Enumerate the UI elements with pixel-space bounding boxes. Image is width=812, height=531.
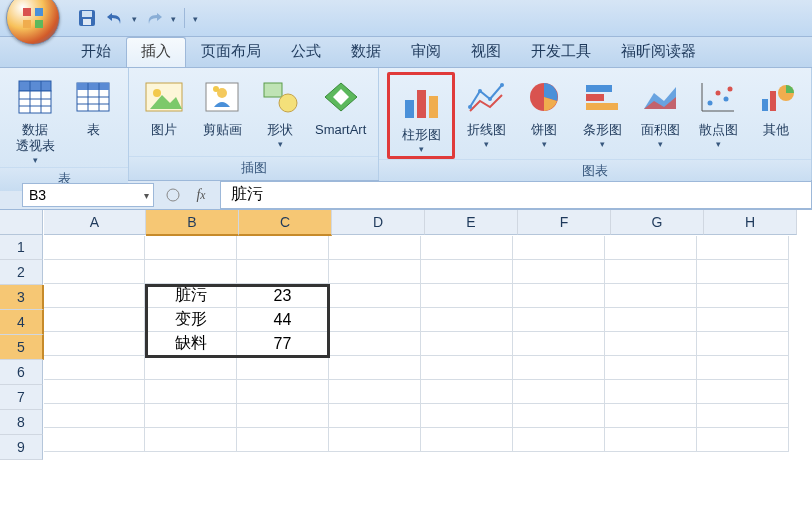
cell-F8[interactable] bbox=[513, 404, 605, 428]
cell-B1[interactable] bbox=[145, 236, 237, 260]
cell-D2[interactable] bbox=[329, 260, 421, 284]
cell-E6[interactable] bbox=[421, 356, 513, 380]
cell-E2[interactable] bbox=[421, 260, 513, 284]
cell-D6[interactable] bbox=[329, 356, 421, 380]
cell-H1[interactable] bbox=[697, 236, 789, 260]
cell-A7[interactable] bbox=[44, 380, 145, 404]
column-header-F[interactable]: F bbox=[518, 210, 611, 235]
pie-chart-button[interactable]: 饼图 ▾ bbox=[515, 72, 573, 151]
cell-F6[interactable] bbox=[513, 356, 605, 380]
cell-D9[interactable] bbox=[329, 428, 421, 452]
row-header-4[interactable]: 4 bbox=[0, 310, 44, 335]
tab-formulas[interactable]: 公式 bbox=[276, 37, 336, 67]
area-chart-button[interactable]: 面积图 ▾ bbox=[631, 72, 689, 151]
pivot-table-button[interactable]: 数据 透视表 ▾ bbox=[6, 72, 64, 167]
cell-H5[interactable] bbox=[697, 332, 789, 356]
name-box[interactable]: B3 ▾ bbox=[22, 183, 154, 207]
cell-G4[interactable] bbox=[605, 308, 697, 332]
cell-B2[interactable] bbox=[145, 260, 237, 284]
tab-page-layout[interactable]: 页面布局 bbox=[186, 37, 276, 67]
cell-D8[interactable] bbox=[329, 404, 421, 428]
cell-grid[interactable]: 脏污23变形44缺料77 bbox=[44, 236, 812, 452]
picture-button[interactable]: 图片 bbox=[135, 72, 193, 140]
undo-dropdown[interactable]: ▾ bbox=[132, 14, 137, 24]
shapes-button[interactable]: 形状 ▾ bbox=[251, 72, 309, 151]
cell-E9[interactable] bbox=[421, 428, 513, 452]
column-chart-button[interactable]: 柱形图 ▾ bbox=[392, 77, 450, 156]
cell-D1[interactable] bbox=[329, 236, 421, 260]
cell-G9[interactable] bbox=[605, 428, 697, 452]
tab-view[interactable]: 视图 bbox=[456, 37, 516, 67]
bar-chart-button[interactable]: 条形图 ▾ bbox=[573, 72, 631, 151]
cell-B8[interactable] bbox=[145, 404, 237, 428]
cell-C3[interactable]: 23 bbox=[237, 284, 329, 308]
cell-A1[interactable] bbox=[44, 236, 145, 260]
cell-H4[interactable] bbox=[697, 308, 789, 332]
cell-B9[interactable] bbox=[145, 428, 237, 452]
cell-C8[interactable] bbox=[237, 404, 329, 428]
cell-F9[interactable] bbox=[513, 428, 605, 452]
cell-D3[interactable] bbox=[329, 284, 421, 308]
cell-E1[interactable] bbox=[421, 236, 513, 260]
cell-C1[interactable] bbox=[237, 236, 329, 260]
cell-E4[interactable] bbox=[421, 308, 513, 332]
cancel-formula-button[interactable] bbox=[164, 186, 182, 204]
cell-H9[interactable] bbox=[697, 428, 789, 452]
save-button[interactable] bbox=[76, 7, 98, 29]
cell-A4[interactable] bbox=[44, 308, 145, 332]
cell-C2[interactable] bbox=[237, 260, 329, 284]
column-header-E[interactable]: E bbox=[425, 210, 518, 235]
tab-data[interactable]: 数据 bbox=[336, 37, 396, 67]
clipart-button[interactable]: 剪贴画 bbox=[193, 72, 251, 140]
cell-F2[interactable] bbox=[513, 260, 605, 284]
cell-C7[interactable] bbox=[237, 380, 329, 404]
cell-D7[interactable] bbox=[329, 380, 421, 404]
row-header-7[interactable]: 7 bbox=[0, 385, 43, 410]
column-header-H[interactable]: H bbox=[704, 210, 797, 235]
cell-H8[interactable] bbox=[697, 404, 789, 428]
cell-G6[interactable] bbox=[605, 356, 697, 380]
cell-G2[interactable] bbox=[605, 260, 697, 284]
row-header-6[interactable]: 6 bbox=[0, 360, 43, 385]
cell-H3[interactable] bbox=[697, 284, 789, 308]
cell-A3[interactable] bbox=[44, 284, 145, 308]
cell-F1[interactable] bbox=[513, 236, 605, 260]
other-charts-button[interactable]: 其他 bbox=[747, 72, 805, 140]
cell-B4[interactable]: 变形 bbox=[145, 308, 237, 332]
name-box-dropdown-icon[interactable]: ▾ bbox=[144, 190, 149, 201]
cell-F3[interactable] bbox=[513, 284, 605, 308]
tab-developer[interactable]: 开发工具 bbox=[516, 37, 606, 67]
cell-F7[interactable] bbox=[513, 380, 605, 404]
cell-D4[interactable] bbox=[329, 308, 421, 332]
cell-G7[interactable] bbox=[605, 380, 697, 404]
cell-H2[interactable] bbox=[697, 260, 789, 284]
scatter-chart-button[interactable]: 散点图 ▾ bbox=[689, 72, 747, 151]
smartart-button[interactable]: SmartArt bbox=[309, 72, 372, 140]
formula-input[interactable]: 脏污 bbox=[220, 181, 812, 209]
cell-H7[interactable] bbox=[697, 380, 789, 404]
cell-E8[interactable] bbox=[421, 404, 513, 428]
column-header-A[interactable]: A bbox=[44, 210, 146, 235]
cell-A2[interactable] bbox=[44, 260, 145, 284]
tab-foxit[interactable]: 福昕阅读器 bbox=[606, 37, 711, 67]
cell-A6[interactable] bbox=[44, 356, 145, 380]
cell-E3[interactable] bbox=[421, 284, 513, 308]
row-header-2[interactable]: 2 bbox=[0, 260, 43, 285]
cell-E5[interactable] bbox=[421, 332, 513, 356]
cell-C4[interactable]: 44 bbox=[237, 308, 329, 332]
row-header-5[interactable]: 5 bbox=[0, 335, 44, 360]
column-header-B[interactable]: B bbox=[146, 210, 239, 236]
tab-review[interactable]: 审阅 bbox=[396, 37, 456, 67]
row-header-3[interactable]: 3 bbox=[0, 285, 44, 310]
row-header-8[interactable]: 8 bbox=[0, 410, 43, 435]
undo-button[interactable] bbox=[104, 7, 126, 29]
cell-D5[interactable] bbox=[329, 332, 421, 356]
row-header-1[interactable]: 1 bbox=[0, 235, 43, 260]
cell-G8[interactable] bbox=[605, 404, 697, 428]
cell-H6[interactable] bbox=[697, 356, 789, 380]
redo-dropdown[interactable]: ▾ bbox=[171, 14, 176, 24]
redo-button[interactable] bbox=[143, 7, 165, 29]
tab-home[interactable]: 开始 bbox=[66, 37, 126, 67]
cell-B3[interactable]: 脏污 bbox=[145, 284, 237, 308]
table-button[interactable]: 表 bbox=[64, 72, 122, 140]
